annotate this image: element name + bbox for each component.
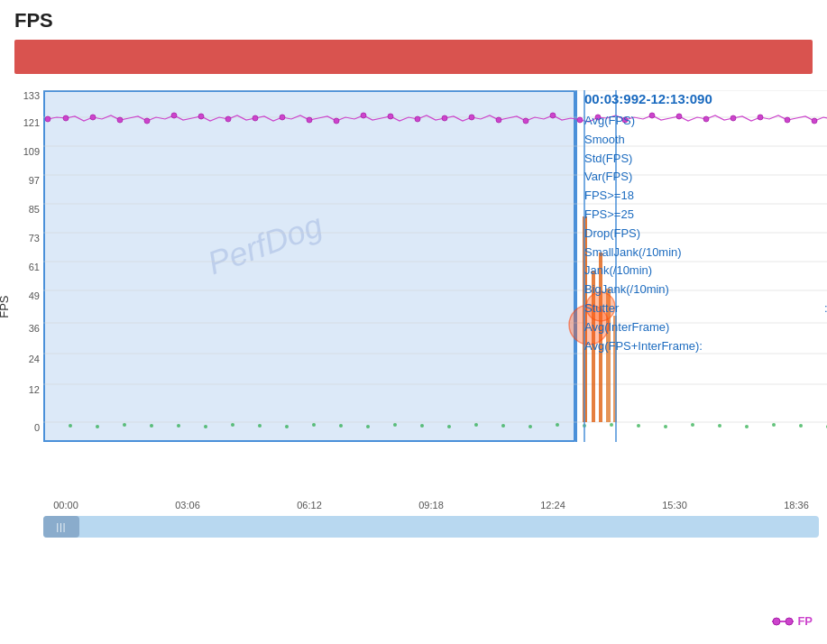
svg-point-20 — [285, 425, 289, 428]
stats-panel: 00:03:992-12:13:090 Avg(FPS) : 119.6 Smo… — [584, 88, 827, 355]
svg-point-24 — [393, 423, 397, 427]
var-fps-label: Var(FPS) — [584, 168, 632, 187]
svg-point-82 — [773, 618, 780, 625]
fps25-label: FPS>=25 — [584, 206, 634, 225]
stat-row-std-fps: Std(FPS) : 2.8 — [584, 150, 827, 169]
svg-point-35 — [691, 423, 694, 427]
svg-point-12 — [69, 424, 72, 428]
stutter-label: Stutter — [584, 299, 619, 318]
x-axis: 00:00 03:06 06:12 09:18 12:24 15:30 18:3… — [43, 500, 819, 511]
stat-row-fps25: FPS>=25 : 100% — [584, 206, 827, 225]
stat-row-stutter: Stutter : 0.08% — [584, 299, 827, 318]
svg-point-22 — [339, 424, 343, 428]
y-label-97: 97 — [29, 175, 40, 186]
y-axis: FPS 133 121 109 97 85 73 61 49 36 24 12 … — [0, 90, 43, 487]
stat-row-avg-interframe: Avg(InterFrame) : 0 — [584, 318, 827, 337]
svg-point-54 — [388, 114, 393, 119]
svg-point-32 — [610, 423, 613, 427]
smooth-label: Smooth — [584, 131, 625, 150]
y-label-61: 61 — [29, 262, 40, 272]
drop-fps-label: Drop(FPS) — [584, 225, 640, 244]
x-label-1: 03:06 — [165, 500, 210, 511]
svg-point-39 — [799, 424, 803, 428]
svg-point-51 — [307, 117, 312, 123]
svg-point-13 — [96, 425, 99, 428]
svg-point-43 — [90, 115, 96, 120]
page-title: FPS — [0, 0, 827, 36]
svg-point-56 — [442, 115, 447, 121]
svg-point-52 — [334, 118, 339, 124]
svg-point-33 — [637, 424, 640, 428]
stat-row-jank: Jank(/10min) : 0.8 — [584, 262, 827, 281]
scrollbar[interactable]: ||| — [43, 516, 819, 538]
legend-line-icon — [772, 615, 794, 628]
y-label-109: 109 — [23, 146, 40, 157]
x-label-3: 09:18 — [409, 500, 454, 511]
svg-point-19 — [258, 424, 262, 428]
avg-interframe-label: Avg(InterFrame) — [584, 318, 669, 337]
svg-point-47 — [198, 114, 204, 119]
stat-row-bigjank: BigJank(/10min) : 0.8 — [584, 281, 827, 299]
smalljank-label: SmallJank(/10min) — [584, 244, 682, 262]
stat-row-var-fps: Var(FPS) : 7.6 — [584, 168, 827, 187]
y-label-49: 49 — [29, 290, 40, 301]
legend-area: FP — [772, 614, 813, 628]
jank-label: Jank(/10min) — [584, 262, 652, 281]
svg-point-48 — [225, 116, 231, 122]
y-label-24: 24 — [29, 354, 40, 364]
svg-point-50 — [280, 115, 285, 120]
svg-point-59 — [523, 118, 528, 124]
svg-point-57 — [469, 115, 474, 120]
svg-point-25 — [420, 424, 424, 428]
svg-point-41 — [45, 116, 51, 122]
y-label-12: 12 — [29, 384, 40, 395]
svg-point-46 — [171, 113, 177, 118]
svg-point-14 — [123, 423, 126, 427]
svg-point-55 — [415, 116, 420, 122]
legend-label: FP — [797, 614, 813, 628]
y-label-121: 121 — [23, 117, 40, 128]
x-label-0: 00:00 — [43, 500, 88, 511]
svg-point-26 — [447, 425, 451, 428]
svg-point-29 — [528, 425, 532, 428]
y-axis-title: FPS — [0, 296, 11, 318]
svg-point-53 — [361, 113, 366, 118]
scrollbar-handle[interactable]: ||| — [43, 516, 79, 538]
svg-point-23 — [366, 425, 370, 428]
svg-point-44 — [117, 117, 123, 123]
stat-row-fps18: FPS>=18 : 100% — [584, 187, 827, 206]
stat-row-smooth: Smooth : 0.6 — [584, 131, 827, 150]
svg-point-28 — [501, 424, 505, 428]
chart-inner: PerfDog — [43, 81, 827, 478]
svg-point-42 — [63, 115, 69, 121]
std-fps-label: Std(FPS) — [584, 150, 632, 169]
avg-fps-interframe-label: Avg(FPS+InterFrame): — [584, 337, 703, 356]
stats-title: 00:03:992-12:13:090 — [584, 88, 827, 110]
y-label-85: 85 — [29, 204, 40, 215]
x-label-4: 12:24 — [530, 500, 575, 511]
svg-point-21 — [312, 423, 316, 427]
avg-fps-label: Avg(FPS) — [584, 112, 635, 131]
chart-area: FPS 133 121 109 97 85 73 61 49 36 24 12 … — [0, 81, 827, 496]
stat-row-smalljank: SmallJank(/10min) : 0.8 — [584, 244, 827, 262]
svg-point-49 — [253, 115, 258, 121]
svg-point-60 — [550, 113, 556, 118]
x-label-5: 15:30 — [652, 500, 697, 511]
svg-point-45 — [144, 118, 150, 124]
svg-point-16 — [177, 424, 180, 428]
x-label-6: 18:36 — [774, 500, 819, 511]
red-bar — [14, 40, 813, 74]
svg-point-18 — [231, 423, 234, 427]
bigjank-label: BigJank(/10min) — [584, 281, 669, 299]
svg-point-38 — [772, 423, 776, 427]
y-label-0: 0 — [34, 422, 40, 433]
svg-point-83 — [786, 618, 793, 625]
stat-row-avg-fps: Avg(FPS) : 119.6 — [584, 112, 827, 131]
svg-point-34 — [664, 425, 667, 428]
svg-point-30 — [556, 423, 559, 427]
svg-point-17 — [204, 425, 207, 428]
y-label-36: 36 — [29, 323, 40, 334]
y-label-133: 133 — [23, 90, 40, 101]
svg-point-27 — [474, 423, 478, 427]
fps18-label: FPS>=18 — [584, 187, 634, 206]
